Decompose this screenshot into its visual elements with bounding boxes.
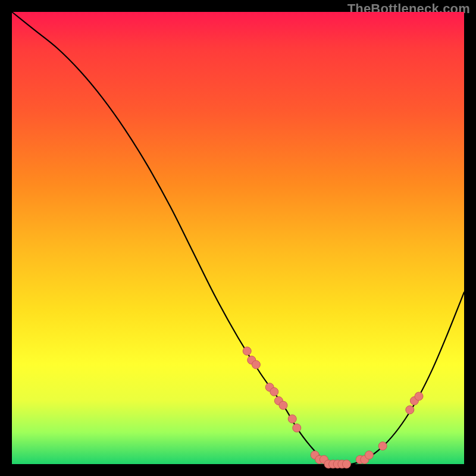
bottleneck-curve (12, 12, 464, 465)
data-point (293, 424, 301, 432)
data-point (252, 361, 260, 369)
data-point (378, 442, 387, 450)
data-point (243, 347, 251, 355)
data-point (279, 401, 287, 409)
data-point (365, 451, 373, 459)
data-point (288, 415, 296, 423)
data-point (342, 460, 350, 468)
data-point (406, 406, 414, 414)
chart-frame: TheBottleneck.com (0, 0, 476, 476)
data-point (270, 387, 278, 396)
data-point (415, 392, 423, 400)
data-points (243, 347, 423, 468)
curve-svg (12, 12, 464, 464)
plot-area (12, 12, 464, 464)
